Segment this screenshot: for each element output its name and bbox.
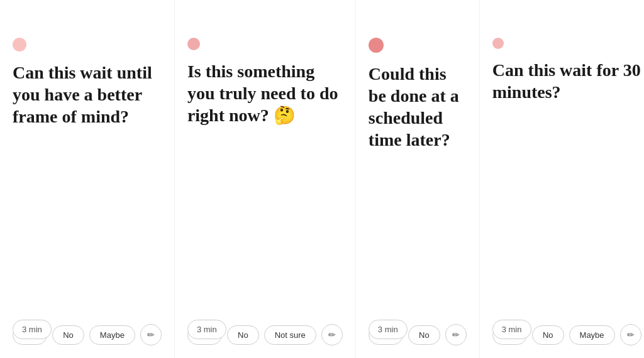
- answer-button-maybe[interactable]: Maybe: [569, 325, 615, 345]
- card-title: Can this wait until you have a better fr…: [13, 62, 162, 219]
- answer-button-not-sure[interactable]: Not sure: [264, 325, 316, 345]
- card-title: Can this wait for 30 minutes?: [492, 59, 641, 206]
- cards-container: Can this wait until you have a better fr…: [0, 0, 644, 358]
- card-title: Is this something you truly need to do r…: [187, 60, 343, 218]
- card-dot: [13, 38, 26, 52]
- card-title: Could this be done at a scheduled time l…: [369, 63, 467, 230]
- answer-button-no[interactable]: No: [227, 325, 259, 345]
- time-badge: 3 min: [492, 320, 531, 339]
- card-dot: [369, 38, 384, 53]
- answer-button-no[interactable]: No: [532, 325, 564, 345]
- answer-button-maybe[interactable]: Maybe: [89, 325, 135, 345]
- card-card-3: Could this be done at a scheduled time l…: [356, 0, 480, 358]
- answer-button-no[interactable]: No: [408, 325, 440, 345]
- answer-button-no[interactable]: No: [52, 325, 84, 345]
- edit-button[interactable]: ✏: [140, 324, 162, 345]
- edit-button[interactable]: ✏: [321, 324, 343, 345]
- time-badge: 3 min: [369, 320, 408, 339]
- card-dot: [187, 38, 200, 50]
- time-badge: 3 min: [13, 320, 52, 339]
- card-dot: [492, 38, 504, 49]
- card-card-4: Can this wait for 30 minutes?YesNoMaybe✏…: [480, 0, 644, 358]
- time-badge: 3 min: [187, 320, 226, 339]
- card-card-1: Can this wait until you have a better fr…: [0, 0, 175, 358]
- edit-button[interactable]: ✏: [620, 324, 641, 345]
- edit-button[interactable]: ✏: [445, 324, 467, 345]
- card-card-2: Is this something you truly need to do r…: [175, 0, 356, 358]
